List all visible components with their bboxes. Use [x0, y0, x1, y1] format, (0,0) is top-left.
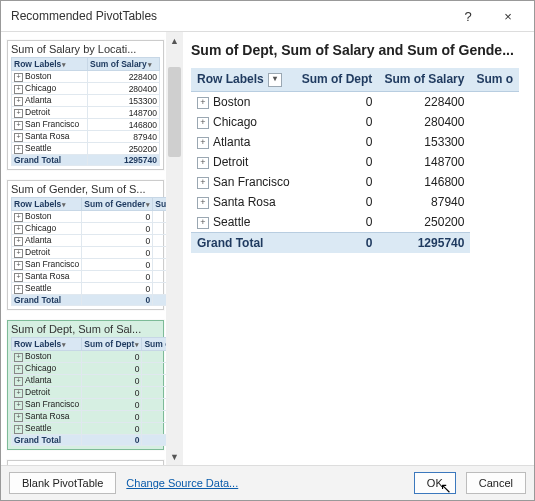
cell-value: 250200 [142, 423, 166, 435]
thumbnails-scroll-area: Sum of Salary by Locati...Row Labels▾Sum… [1, 32, 183, 465]
table-row: +Boston0228400 [191, 91, 519, 112]
cell-value: 280400 [87, 83, 159, 95]
preview-column-header: Row Labels▾ [191, 68, 296, 91]
help-button[interactable]: ? [448, 2, 488, 30]
thumbnail-table: Row Labels▾Sum of Salary▾+Boston228400+C… [11, 57, 160, 166]
row-labels-dropdown[interactable]: ▾ [268, 73, 282, 87]
thumbnails-scrollbar[interactable]: ▲ ▼ [166, 32, 183, 465]
expand-icon[interactable]: + [197, 177, 209, 189]
cell-value: 0 [296, 132, 379, 152]
cell-value: 146800 [87, 119, 159, 131]
cell-value: 148700 [153, 247, 166, 259]
dialog-body: Sum of Salary by Locati...Row Labels▾Sum… [1, 32, 534, 465]
thumbnails-column: Sum of Salary by Locati...Row Labels▾Sum… [1, 32, 183, 465]
cell-value: 280400 [378, 112, 470, 132]
expand-icon[interactable]: + [197, 217, 209, 229]
scroll-up-button[interactable]: ▲ [166, 32, 183, 49]
table-row: +Seattle0250200 [191, 212, 519, 233]
change-source-data-link[interactable]: Change Source Data... [126, 477, 238, 489]
cell-value: 250200 [378, 212, 470, 233]
scroll-track[interactable] [166, 49, 183, 448]
cancel-button[interactable]: Cancel [466, 472, 526, 494]
grand-total-cell: Grand Total [12, 295, 82, 306]
cell-value: 153300 [142, 375, 166, 387]
cell-value: 0 [82, 363, 142, 375]
cell-value: 148700 [378, 152, 470, 172]
expand-icon[interactable]: + [197, 157, 209, 169]
cell-value: 228400 [142, 351, 166, 363]
grand-total-row: Grand Total01295740 [191, 232, 519, 253]
cell-value: 0 [82, 283, 153, 295]
grand-total-cell: 1295740 [153, 295, 166, 306]
grand-total-cell: 0 [82, 435, 142, 446]
cell-value: 0 [82, 247, 153, 259]
cell-value: 153300 [153, 235, 166, 247]
expand-icon[interactable]: + [197, 97, 209, 109]
cell-value: 0 [296, 112, 379, 132]
expand-icon[interactable]: + [197, 197, 209, 209]
row-label: +Santa Rosa [12, 131, 88, 143]
row-label: +Chicago [12, 223, 82, 235]
cell-value: 0 [82, 223, 153, 235]
pivottable-thumbnail[interactable]: Sum of Salary by Locati...Row Labels▾Sum… [7, 40, 164, 170]
row-label: +Chicago [12, 363, 82, 375]
scroll-thumb[interactable] [168, 67, 181, 157]
cell-value: 0 [82, 271, 153, 283]
pivottable-thumbnail[interactable]: Sum of Dept, Sum of Sal...Row Labels▾Sum… [7, 320, 164, 450]
ok-button[interactable]: OK [414, 472, 456, 494]
cell-value: 280400 [153, 223, 166, 235]
grand-total-cell: Grand Total [12, 435, 82, 446]
grand-total-cell: Grand Total [191, 232, 296, 253]
row-label: +Seattle [12, 423, 82, 435]
blank-pivottable-button[interactable]: Blank PivotTable [9, 472, 116, 494]
cell-value: 0 [82, 411, 142, 423]
row-label: +Detroit [12, 247, 82, 259]
expand-icon[interactable]: + [197, 137, 209, 149]
table-row: +Atlanta0153300 [191, 132, 519, 152]
row-label: +Chicago [12, 83, 88, 95]
cell-value: 148700 [87, 107, 159, 119]
column-header: Sum of Salary [153, 198, 166, 211]
thumbnails-list: Sum of Salary by Locati...Row Labels▾Sum… [1, 32, 166, 465]
thumbnail-table: Row Labels▾Sum of Dept▾Sum of SalaryS+Bo… [11, 337, 166, 446]
row-label: +San Francisco [12, 399, 82, 411]
cell-value: 228400 [153, 211, 166, 223]
pivottable-thumbnail[interactable]: Sum of Gender, Sum of S...Row Labels▾Sum… [7, 180, 164, 310]
column-header: Sum of Gender▾ [82, 198, 153, 211]
cell-value: 280400 [142, 363, 166, 375]
grand-total-cell: 0 [296, 232, 379, 253]
cell-value: 87940 [153, 271, 166, 283]
thumbnail-table: Row Labels▾Sum of Gender▾Sum of Salary+B… [11, 197, 166, 306]
cell-value: 0 [82, 375, 142, 387]
grand-total-cell: 1295740 [87, 155, 159, 166]
row-label: +Atlanta [12, 375, 82, 387]
cell-value: 87940 [142, 411, 166, 423]
row-label: +Boston [12, 211, 82, 223]
row-label: +Detroit [191, 152, 296, 172]
thumbnail-title: Sum of Dept, Sum of Sal... [11, 323, 160, 335]
cell-value: 228400 [378, 91, 470, 112]
table-row: +Chicago0280400 [191, 112, 519, 132]
cell-value: 0 [82, 235, 153, 247]
row-label: +Atlanta [191, 132, 296, 152]
cell-value: 0 [82, 399, 142, 411]
row-label: +San Francisco [12, 259, 82, 271]
row-label: +Boston [12, 351, 82, 363]
column-header: Row Labels▾ [12, 58, 88, 71]
cell-value: 0 [82, 351, 142, 363]
expand-icon[interactable]: + [197, 117, 209, 129]
scroll-down-button[interactable]: ▼ [166, 448, 183, 465]
cell-value: 153300 [87, 95, 159, 107]
row-label: +Atlanta [12, 235, 82, 247]
row-label: +Boston [191, 91, 296, 112]
preview-table: Row Labels▾Sum of DeptSum of SalarySum o… [191, 68, 519, 253]
close-button[interactable]: × [488, 2, 528, 30]
row-label: +Detroit [12, 387, 82, 399]
cell-value: 146800 [378, 172, 470, 192]
grand-total-cell: 1295740 [142, 435, 166, 446]
table-row: +San Francisco0146800 [191, 172, 519, 192]
table-row: +Detroit0148700 [191, 152, 519, 172]
dialog-footer: Blank PivotTable Change Source Data... O… [1, 465, 534, 500]
cell-value: 0 [82, 211, 153, 223]
column-header: Sum of Salary [142, 338, 166, 351]
